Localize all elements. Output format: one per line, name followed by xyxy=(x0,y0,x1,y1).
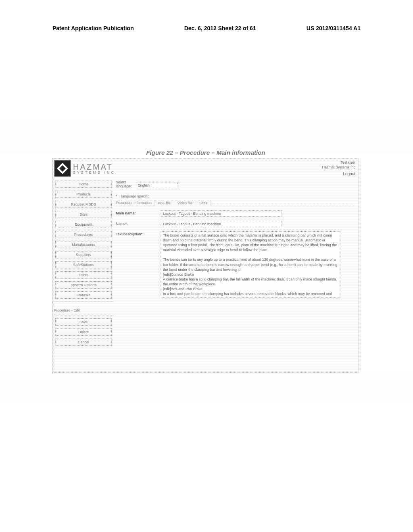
tab-sites[interactable]: Sites xyxy=(196,200,211,206)
sidebar-item-francais[interactable]: Français xyxy=(55,291,112,299)
language-label: Select language: xyxy=(116,181,132,189)
logo-sub-text: SYSTEMS INC. xyxy=(73,171,118,175)
logo-icon xyxy=(54,160,71,177)
sheet-info: Dec. 6, 2012 Sheet 22 of 61 xyxy=(184,25,256,31)
sidebar-item-system-options[interactable]: System Options xyxy=(55,281,112,289)
sidebar-item-sites[interactable]: Sites xyxy=(55,211,112,218)
language-select[interactable]: English xyxy=(136,183,180,188)
cancel-button[interactable]: Cancel xyxy=(55,339,112,346)
patent-number: US 2012/0311454 A1 xyxy=(307,25,361,31)
save-button[interactable]: Save xyxy=(55,318,112,326)
sidebar-section-title: Procedure - Edit xyxy=(54,308,112,312)
sidebar-item-users[interactable]: Users xyxy=(55,271,112,278)
sidebar-item-manufacturers[interactable]: Manufacturers xyxy=(55,241,112,248)
figure-title: Figure 22 – Procedure – Main information xyxy=(52,149,359,156)
app-window: HAZMAT SYSTEMS INC. Test user Hazmat Sys… xyxy=(52,158,359,373)
language-note: * = language specific xyxy=(116,194,354,198)
main-name-label: Main name: xyxy=(116,210,156,215)
sidebar-divider xyxy=(54,316,113,316)
sidebar: Home Products Request MSDS Sites Equipme… xyxy=(55,181,112,364)
description-label: Text/description*: xyxy=(116,231,156,236)
patent-page-header: Patent Application Publication Dec. 6, 2… xyxy=(0,25,413,31)
sidebar-item-safestations[interactable]: SafeStations xyxy=(55,261,112,268)
app-logo: HAZMAT SYSTEMS INC. xyxy=(54,160,118,177)
sidebar-item-equipment[interactable]: Equipment xyxy=(55,221,112,228)
header-user-block: Test user Hazmat Systems Inc Logout xyxy=(322,160,355,177)
sidebar-item-home[interactable]: Home xyxy=(55,181,112,188)
publication-label: Patent Application Publication xyxy=(52,25,134,31)
name-input[interactable] xyxy=(161,221,282,227)
tab-pdf-file[interactable]: PDF file xyxy=(154,200,174,206)
name-label: Name*: xyxy=(116,221,156,226)
delete-button[interactable]: Delete xyxy=(55,328,112,336)
main-panel: Select language: English * = language sp… xyxy=(116,181,356,364)
current-user: Test user xyxy=(322,160,355,165)
sidebar-item-procedures[interactable]: Procedures xyxy=(55,231,112,238)
tab-bar: Procedure Information PDF file Video fil… xyxy=(116,200,354,206)
logo-main-text: HAZMAT xyxy=(73,163,118,171)
logout-link[interactable]: Logout xyxy=(322,171,355,177)
current-company: Hazmat Systems Inc xyxy=(322,165,355,170)
sidebar-divider xyxy=(54,301,113,302)
tabs-preface: Procedure Information xyxy=(116,201,152,206)
main-name-input[interactable] xyxy=(161,210,282,217)
tab-video-file[interactable]: Video file xyxy=(174,200,196,206)
sidebar-item-suppliers[interactable]: Suppliers xyxy=(55,251,112,258)
sidebar-item-products[interactable]: Products xyxy=(55,191,112,198)
sidebar-item-request-msds[interactable]: Request MSDS xyxy=(55,201,112,208)
description-textarea[interactable] xyxy=(161,231,340,298)
